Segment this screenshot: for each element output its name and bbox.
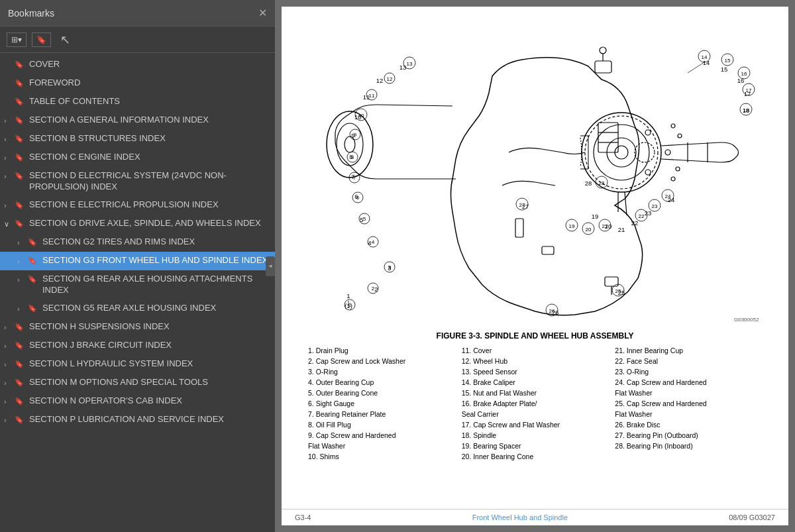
svg-text:20: 20 (585, 227, 591, 233)
expand-arrow-sec-m[interactable]: › (4, 378, 13, 388)
svg-text:13: 13 (406, 61, 412, 67)
bookmark-text-sec-h: SECTION H SUSPENSIONS INDEX (29, 321, 270, 333)
parts-list-item: 1. Drain Plug (308, 346, 455, 355)
bookmark-item-foreword[interactable]: 🔖FOREWORD (0, 74, 275, 93)
bookmark-text-sec-c: SECTION C ENGINE INDEX (29, 152, 270, 163)
parts-list: 1. Drain Plug11. Cover21. Inner Bearing … (301, 346, 768, 461)
svg-text:1: 1 (348, 302, 351, 308)
svg-text:4: 4 (371, 239, 374, 245)
svg-text:23: 23 (651, 203, 657, 209)
bookmark-item-sec-g2[interactable]: ›🔖SECTION G2 TIRES AND RIMS INDEX (0, 233, 275, 252)
close-button[interactable]: ✕ (258, 8, 267, 19)
bookmark-icon-sec-l: 🔖 (15, 359, 25, 368)
expand-arrow-sec-d[interactable]: › (4, 172, 13, 181)
parts-list-item: 17. Cap Screw and Flat Washer (462, 420, 609, 429)
svg-text:28: 28 (598, 180, 604, 186)
parts-list-item: 21. Inner Bearing Cup (615, 346, 762, 355)
bookmark-item-toc[interactable]: 🔖TABLE OF CONTENTS (0, 93, 275, 111)
parts-list-item: 6. Sight Gauge (308, 399, 455, 408)
svg-text:17: 17 (745, 87, 751, 93)
parts-list-item: 9. Cap Screw and Hardened (308, 431, 455, 440)
bookmark-item-sec-d[interactable]: ›🔖SECTION D ELECTRICAL SYSTEM (24VDC NON… (0, 167, 275, 196)
svg-text:6: 6 (356, 195, 359, 201)
parts-list-item: 15. Nut and Flat Washer (462, 388, 609, 398)
parts-list-item: 3. O-Ring (308, 367, 455, 376)
bookmark-text-foreword: FOREWORD (29, 78, 270, 89)
svg-rect-0 (310, 20, 761, 325)
expand-arrow-sec-b[interactable]: › (4, 134, 13, 144)
expand-arrow-sec-a[interactable]: › (4, 116, 13, 125)
parts-list-item: Flat Washer (615, 409, 762, 419)
bookmark-icon-sec-g2: 🔖 (28, 237, 38, 246)
parts-list-item: 20. Inner Bearing Cone (462, 452, 609, 461)
svg-text:9: 9 (353, 132, 356, 138)
bookmark-text-sec-j: SECTION J BRAKE CIRCUIT INDEX (29, 340, 270, 351)
pdf-panel: (1) 1 2 3 4 5 6 7 8 9 10 11 (275, 0, 795, 532)
parts-list-item: 28. Bearing Pin (Inboard) (615, 441, 762, 451)
bookmark-item-sec-h[interactable]: ›🔖SECTION H SUSPENSIONS INDEX (0, 318, 275, 337)
bookmark-item-sec-p[interactable]: ›🔖SECTION P LUBRICATION AND SERVICE INDE… (0, 411, 275, 429)
parts-list-item: 22. Face Seal (615, 356, 762, 366)
bookmark-item-sec-a[interactable]: ›🔖SECTION A GENERAL INFORMATION INDEX (0, 111, 275, 130)
expand-arrow-sec-g2[interactable]: › (17, 238, 26, 247)
svg-text:3: 3 (388, 264, 391, 270)
bookmark-icon-foreword: 🔖 (15, 78, 25, 87)
diagram-svg: (1) 1 2 3 4 5 6 7 8 9 10 11 (301, 20, 768, 325)
bookmark-item-sec-g[interactable]: ∨🔖SECTION G DRIVE AXLE, SPINDLE, AND WHE… (0, 215, 275, 233)
bookmark-text-toc: TABLE OF CONTENTS (29, 96, 270, 107)
parts-list-item: 10. Shims (308, 452, 455, 461)
panel-resize-handle[interactable] (266, 256, 275, 276)
expand-arrow-sec-e[interactable]: › (4, 201, 13, 210)
bookmark-text-sec-e: SECTION E ELECTRICAL PROPULSION INDEX (29, 199, 270, 211)
svg-text:26: 26 (549, 308, 555, 314)
bookmark-text-sec-m: SECTION M OPTIONS AND SPECIAL TOOLS (29, 377, 270, 388)
svg-text:27: 27 (519, 202, 525, 208)
bookmark-item-sec-n[interactable]: ›🔖SECTION N OPERATOR'S CAB INDEX (0, 392, 275, 411)
svg-text:15: 15 (720, 66, 727, 73)
footer-center: Front Wheel Hub and Spindle (472, 513, 568, 521)
parts-list-item: 12. Wheel Hub (462, 356, 609, 366)
pdf-main-area: (1) 1 2 3 4 5 6 7 8 9 10 11 (282, 7, 788, 509)
bookmark-add-button[interactable]: 🔖 (32, 32, 51, 47)
expand-arrow-sec-g3[interactable]: › (17, 256, 26, 266)
expand-arrow-sec-j[interactable]: › (4, 341, 13, 350)
svg-text:2: 2 (374, 286, 378, 293)
expand-arrow-sec-h[interactable]: › (4, 323, 13, 332)
bookmark-icon-sec-n: 🔖 (15, 396, 25, 405)
parts-list-item: 18. Spindle (462, 431, 609, 440)
bookmark-item-cover[interactable]: 🔖COVER (0, 56, 275, 74)
bookmark-item-sec-g5[interactable]: ›🔖SECTION G5 REAR AXLE HOUSING INDEX (0, 299, 275, 318)
bookmarks-header: Bookmarks ✕ (0, 0, 275, 27)
layout-button[interactable]: ⊞▾ (7, 32, 26, 47)
bookmark-icon-sec-h: 🔖 (15, 322, 25, 331)
svg-text:24: 24 (664, 193, 670, 199)
svg-text:8: 8 (350, 154, 354, 160)
parts-list-item: 16. Brake Adapter Plate/ (462, 399, 609, 408)
bookmark-item-sec-l[interactable]: ›🔖SECTION L HYDRAULIC SYSTEM INDEX (0, 355, 275, 374)
bookmark-item-sec-g4[interactable]: ›🔖SECTION G4 REAR AXLE HOUSING ATTACHMEN… (0, 270, 275, 299)
parts-list-item: 7. Bearing Retainer Plate (308, 409, 455, 419)
expand-arrow-sec-n[interactable]: › (4, 397, 13, 406)
expand-arrow-sec-c[interactable]: › (4, 153, 13, 162)
svg-text:23: 23 (644, 209, 651, 217)
pdf-content: (1) 1 2 3 4 5 6 7 8 9 10 11 (282, 7, 788, 525)
bookmark-icon-sec-b: 🔖 (15, 134, 25, 143)
expand-arrow-sec-l[interactable]: › (4, 360, 13, 369)
bookmark-text-sec-g5: SECTION G5 REAR AXLE HOUSING INDEX (42, 303, 270, 314)
bookmark-icon-sec-g4: 🔖 (28, 274, 38, 284)
bookmark-text-sec-g: SECTION G DRIVE AXLE, SPINDLE, AND WHEEL… (29, 218, 270, 229)
expand-arrow-sec-p[interactable]: › (4, 415, 13, 425)
parts-list-item: 25. Cap Screw and Hardened (615, 399, 762, 408)
bookmark-item-sec-b[interactable]: ›🔖SECTION B STRUCTURES INDEX (0, 130, 275, 148)
expand-arrow-sec-g[interactable]: ∨ (4, 219, 13, 229)
bookmark-item-sec-j[interactable]: ›🔖SECTION J BRAKE CIRCUIT INDEX (0, 337, 275, 355)
bookmark-item-sec-m[interactable]: ›🔖SECTION M OPTIONS AND SPECIAL TOOLS (0, 374, 275, 392)
parts-list-item: Flat Washer (308, 441, 455, 451)
parts-list-item: 24. Cap Screw and Hardened (615, 378, 762, 387)
parts-list-item: 14. Brake Caliper (462, 378, 609, 387)
bookmark-item-sec-e[interactable]: ›🔖SECTION E ELECTRICAL PROPULSION INDEX (0, 196, 275, 215)
bookmark-item-sec-g3[interactable]: ›🔖SECTION G3 FRONT WHEEL HUB AND SPINDLE… (0, 252, 275, 270)
expand-arrow-sec-g4[interactable]: › (17, 275, 26, 284)
bookmark-item-sec-c[interactable]: ›🔖SECTION C ENGINE INDEX (0, 148, 275, 167)
expand-arrow-sec-g5[interactable]: › (17, 304, 26, 313)
